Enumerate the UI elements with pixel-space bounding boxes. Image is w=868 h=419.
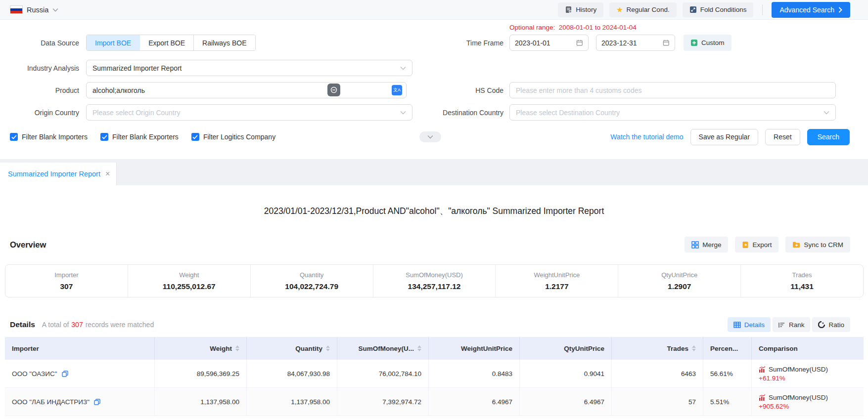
- star-icon: ★: [616, 5, 623, 14]
- weight-cell: 1,137,958.00: [155, 388, 247, 416]
- translate-icon[interactable]: 文A: [392, 85, 402, 95]
- chart-up-icon: [759, 394, 766, 401]
- comparison-value: +61.91%: [759, 375, 828, 382]
- col-importer[interactable]: Importer: [5, 337, 155, 360]
- view-ratio-label: Ratio: [828, 321, 844, 329]
- tab-summarized-importer-report[interactable]: Summarized Importer Report ×: [0, 163, 117, 185]
- export-icon: [742, 241, 749, 249]
- chevron-down-icon: [823, 111, 829, 115]
- copy-icon[interactable]: [62, 371, 68, 377]
- col-quantity[interactable]: Quantity: [247, 337, 337, 360]
- col-weightunitprice[interactable]: WeightUnitPrice: [429, 337, 520, 360]
- col-percentage[interactable]: Percen...: [703, 337, 752, 360]
- matched-records-text: A total of307records were matched: [42, 321, 154, 329]
- tab-title: Summarized Importer Report: [8, 170, 100, 178]
- view-ratio-button[interactable]: Ratio: [812, 317, 850, 332]
- col-sumofmoney[interactable]: SumOfMoney(U...: [337, 337, 429, 360]
- industry-label: Industry Analysis: [0, 64, 79, 72]
- save-as-regular-button[interactable]: Save as Regular: [690, 129, 759, 145]
- history-button[interactable]: History: [558, 2, 603, 17]
- view-rank-label: Rank: [789, 321, 805, 329]
- row-industry: Industry Analysis Summarized Importer Re…: [0, 60, 868, 76]
- russia-flag-icon: [10, 5, 23, 14]
- tab-export-boe[interactable]: Export BOE: [140, 35, 194, 50]
- origin-country-placeholder: Please select Origin Country: [92, 109, 400, 117]
- advanced-search-button[interactable]: Advanced Search: [772, 2, 850, 18]
- regular-cond-button[interactable]: ★ Regular Cond.: [609, 2, 677, 17]
- product-exclude-icon[interactable]: [327, 84, 340, 96]
- tutorial-link[interactable]: Watch the tutorial demo: [610, 133, 683, 141]
- destination-country-label: Destination Country: [412, 109, 503, 117]
- row-countries: Origin Country Please select Origin Coun…: [0, 104, 868, 121]
- reset-button[interactable]: Reset: [765, 129, 800, 145]
- date-from-input[interactable]: [515, 39, 576, 47]
- country-name: Russia: [27, 6, 48, 14]
- col-qtyunitprice[interactable]: QtyUnitPrice: [520, 337, 612, 360]
- checkbox-checked-icon: [10, 133, 18, 141]
- data-source-label: Data Source: [0, 39, 79, 47]
- view-details-button[interactable]: Details: [728, 317, 771, 332]
- custom-label: Custom: [701, 39, 725, 46]
- topbar-actions: History ★ Regular Cond. Fold Conditions …: [558, 2, 850, 18]
- destination-country-placeholder: Please select Destination Country: [516, 109, 823, 117]
- custom-range-button[interactable]: Custom: [684, 35, 731, 51]
- sync-to-crm-button[interactable]: Sync to CRM: [785, 237, 850, 252]
- trades-cell: 6463: [612, 360, 703, 388]
- quantity-cell: 84,067,930.98: [247, 360, 337, 388]
- sort-icon: [417, 345, 421, 351]
- date-to-field[interactable]: [596, 35, 675, 51]
- filter-label: Filter Blank Importers: [22, 133, 88, 141]
- ratio-icon: [818, 321, 825, 328]
- col-trades[interactable]: Trades: [612, 337, 703, 360]
- search-button[interactable]: Search: [807, 129, 850, 145]
- importer-name[interactable]: ООО "ОАЗИС": [12, 370, 57, 377]
- page: Russia History ★ Regular Cond. Fold Cond…: [0, 0, 868, 419]
- filter-blank-importers-checkbox[interactable]: Filter Blank Importers: [10, 133, 88, 141]
- view-rank-button[interactable]: Rank: [773, 317, 811, 332]
- chart-up-icon: [759, 366, 766, 373]
- export-button[interactable]: Export: [735, 237, 778, 252]
- fold-conditions-button[interactable]: Fold Conditions: [683, 2, 754, 17]
- wup-cell: 0.8483: [429, 360, 520, 388]
- comparison-cell: SumOfMoney(USD) +905.62%: [752, 388, 864, 416]
- table-row: ООО "ЛАБ ИНДАСТРИЗ" 1,137,958.00 1,137,9…: [5, 388, 864, 416]
- search-form: Optional range: 2008-01-01 to 2024-01-04…: [0, 20, 868, 159]
- origin-country-select[interactable]: Please select Origin Country: [86, 104, 412, 121]
- export-label: Export: [752, 241, 772, 249]
- filter-label: Filter Logitics Company: [203, 133, 275, 141]
- filter-blank-exporters-checkbox[interactable]: Filter Blank Exporters: [100, 133, 179, 141]
- date-to-input[interactable]: [601, 39, 663, 47]
- calendar-icon: [576, 39, 583, 46]
- industry-select[interactable]: Summarized Importer Report: [86, 60, 412, 76]
- advanced-search-label: Advanced Search: [779, 6, 834, 14]
- row-product: Product 文A HS Code: [0, 82, 868, 98]
- sync-crm-icon: [792, 241, 800, 248]
- merge-icon: [691, 241, 699, 249]
- comparison-metric: SumOfMoney(USD): [769, 394, 828, 401]
- copy-icon[interactable]: [94, 399, 100, 405]
- col-weight[interactable]: Weight: [155, 337, 247, 360]
- custom-icon: [690, 39, 698, 46]
- expand-conditions-button[interactable]: [419, 131, 441, 142]
- merge-button[interactable]: Merge: [685, 237, 728, 252]
- chevron-down-icon: [400, 111, 406, 115]
- quantity-cell: 1,137,958.00: [247, 388, 337, 416]
- checkbox-checked-icon: [100, 133, 108, 141]
- data-source-segment: Import BOE Export BOE Railways BOE: [86, 35, 256, 51]
- hs-code-input[interactable]: [509, 82, 836, 98]
- destination-country-select[interactable]: Please select Destination Country: [509, 104, 836, 121]
- product-input[interactable]: [86, 82, 407, 98]
- close-icon[interactable]: ×: [105, 169, 110, 178]
- filter-logitics-company-checkbox[interactable]: Filter Logitics Company: [191, 133, 275, 141]
- tab-import-boe[interactable]: Import BOE: [87, 35, 140, 50]
- chevron-down-icon: [52, 8, 58, 12]
- date-from-field[interactable]: [509, 35, 589, 51]
- qup-cell: 6.4967: [520, 388, 612, 416]
- country-selector[interactable]: Russia: [10, 5, 58, 14]
- tab-railways-boe[interactable]: Railways BOE: [194, 35, 255, 50]
- industry-value: Summarized Importer Report: [92, 64, 400, 72]
- importer-name[interactable]: ООО "ЛАБ ИНДАСТРИЗ": [12, 398, 90, 406]
- merge-label: Merge: [702, 241, 721, 249]
- time-frame-label: Time Frame: [412, 39, 503, 47]
- chevron-down-icon: [400, 66, 406, 70]
